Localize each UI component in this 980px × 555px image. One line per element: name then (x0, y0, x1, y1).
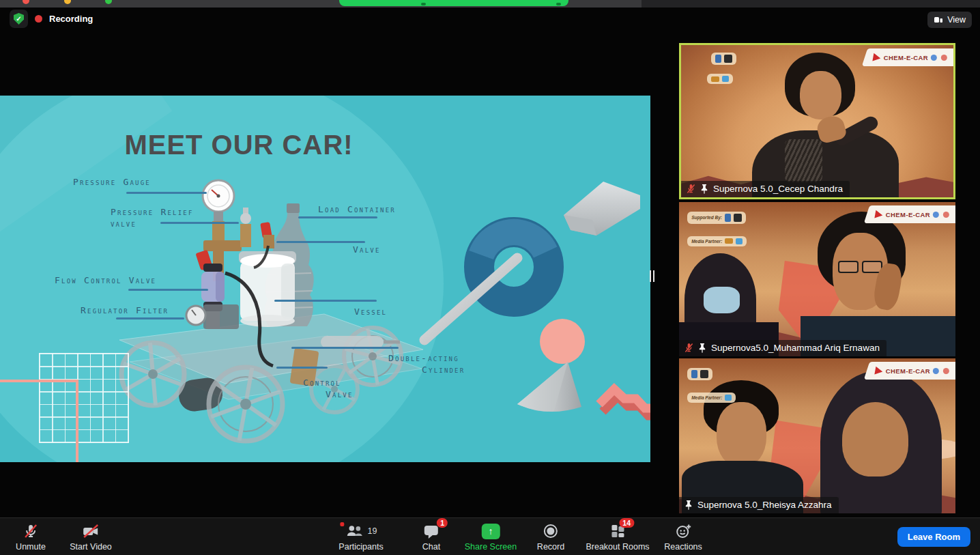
banner-logo-dot (931, 55, 937, 61)
record-icon (543, 523, 559, 539)
label-vessel: Vessel (354, 307, 387, 317)
connector-vessel (274, 300, 377, 302)
reactions-label: Reactions (664, 542, 702, 552)
share-screen-label: Share Screen (465, 542, 517, 552)
screen-share-green-bar (339, 0, 568, 6)
chemecar-logo-icon (873, 53, 882, 62)
chat-label: Chat (422, 542, 440, 552)
participants-button[interactable]: 19 Participants (334, 522, 387, 552)
banner-logo-dot (943, 212, 949, 218)
breakout-badge: 14 (619, 518, 634, 528)
share-screen-button[interactable]: ↑ Share Screen (461, 522, 521, 552)
muted-mic-icon (687, 184, 695, 194)
sponsor-logo (691, 370, 697, 378)
label-flow-control-valve: Flow Control Valve (55, 275, 156, 285)
video-tile-rheisya[interactable]: Media Partner: CHEM-E-CAR Supernova 5.0_… (679, 358, 955, 513)
label-pressure-gauge: Pressure Gauge (73, 177, 151, 187)
pin-icon (698, 343, 706, 353)
pin-icon (684, 500, 693, 510)
slide-pink-line-horizontal (0, 380, 77, 382)
sponsor-logo (700, 370, 708, 378)
muted-mic-icon (684, 343, 693, 353)
chemecar-logo-icon (875, 210, 884, 219)
view-button[interactable]: View (927, 12, 972, 28)
media-partner-badge: Media Partner: (687, 236, 747, 246)
person-right-face (842, 402, 908, 476)
sponsor-logo (725, 214, 731, 222)
share-screen-icon: ↑ (482, 524, 500, 539)
label-regulator-filter: Regulator Filter (81, 305, 169, 315)
breakout-rooms-button[interactable]: 14 Breakout Rooms (581, 522, 653, 552)
unmute-button[interactable]: Unmute (12, 522, 50, 552)
chemecar-logo-icon (875, 366, 884, 375)
connector-pressure-gauge (126, 192, 207, 194)
banner-logo-dot (933, 368, 939, 374)
chemecar-banner-text: CHEM-E-CAR (884, 54, 928, 61)
label-double-acting-1: Double-acting (388, 353, 459, 363)
recording-label: Recording (49, 14, 93, 24)
breakout-rooms-label: Breakout Rooms (586, 542, 649, 552)
person-face (800, 71, 842, 119)
shared-screen-slide: MEET OUR CAR! Pressure Gauge Pressure Re… (0, 96, 650, 462)
label-valve: Valve (353, 244, 381, 255)
chemecar-banner-text: CHEM-E-CAR (886, 367, 930, 375)
muted-mic-icon (23, 523, 39, 539)
participant-name: Supernova 5.0_Cecep Chandra (713, 184, 843, 194)
gallery-view-icon (934, 16, 943, 24)
participant-name: Supernova5.0_Muhammad Ariq Ernawan (711, 343, 880, 353)
name-tag: Supernova5.0_Muhammad Ariq Ernawan (679, 340, 887, 356)
video-tile-ariq[interactable]: Supported By: Media Partner: CHEM-E-CAR (679, 202, 955, 356)
connector-flow-control (128, 289, 208, 291)
media-partner-badge (707, 74, 733, 84)
connector-valve (276, 241, 365, 243)
banner-logo-dot (941, 55, 947, 61)
supported-by-badge (711, 53, 736, 65)
leave-room-button[interactable]: Leave Room (897, 527, 970, 547)
slide-grid-decoration (39, 353, 129, 443)
partner-logo (722, 76, 729, 82)
video-tile-cecep[interactable]: CHEM-E-CAR Supernova 5.0_Cecep Chandra (679, 43, 955, 199)
name-tag: Supernova 5.0_Rheisya Azzahra (679, 497, 839, 513)
chemecar-banner: CHEM-E-CAR (862, 48, 955, 66)
connector-control-valve (276, 367, 328, 369)
banner-logo-dot (943, 368, 949, 374)
start-video-button[interactable]: Start Video (66, 522, 116, 552)
chat-button[interactable]: 1 Chat (418, 522, 444, 552)
label-pressure-relief-2: valve (111, 218, 136, 229)
security-shield-icon[interactable]: ✓ (10, 10, 28, 28)
meeting-toolbar: Unmute Start Video (0, 517, 980, 555)
panel-resize-handle[interactable] (650, 270, 654, 282)
recording-dot-icon (35, 15, 42, 23)
participant-name: Supernova 5.0_Rheisya Azzahra (697, 500, 832, 510)
person-shirt-pattern (785, 139, 823, 182)
person-left-face (717, 402, 766, 467)
chemecar-banner-text: CHEM-E-CAR (886, 211, 930, 218)
pin-icon (700, 184, 708, 194)
reactions-button[interactable]: Reactions (660, 522, 706, 552)
label-double-acting-2: Cylinder (422, 365, 465, 375)
connector-double-acting (291, 347, 399, 349)
partner-logo (736, 238, 743, 244)
banner-logo-dot (933, 212, 939, 218)
media-partner-label: Media Partner: (691, 395, 722, 400)
connector-load-container (298, 216, 377, 218)
record-button[interactable]: Record (533, 522, 568, 552)
sponsor-logo (734, 214, 742, 222)
name-tag: Supernova 5.0_Cecep Chandra (681, 181, 850, 197)
share-bar-text-clipped (421, 3, 426, 5)
person-left-face-mask (704, 287, 740, 313)
zoom-meeting-window: ✓ Recording View (0, 0, 980, 555)
partner-logo (725, 238, 733, 244)
connector-regulator-filter (116, 317, 184, 319)
label-control-valve-1: Control (303, 378, 341, 388)
view-button-label: View (947, 15, 966, 25)
partner-logo (711, 76, 719, 82)
connector-pressure-relief (160, 222, 239, 224)
person-glasses (838, 261, 882, 273)
sponsor-logo (724, 55, 732, 63)
reactions-smiley-icon (675, 523, 691, 539)
label-pressure-relief-1: Pressure Relief (111, 207, 194, 217)
chemecar-banner: CHEM-E-CAR (864, 205, 955, 223)
participants-icon (345, 524, 364, 538)
record-label: Record (537, 542, 564, 552)
